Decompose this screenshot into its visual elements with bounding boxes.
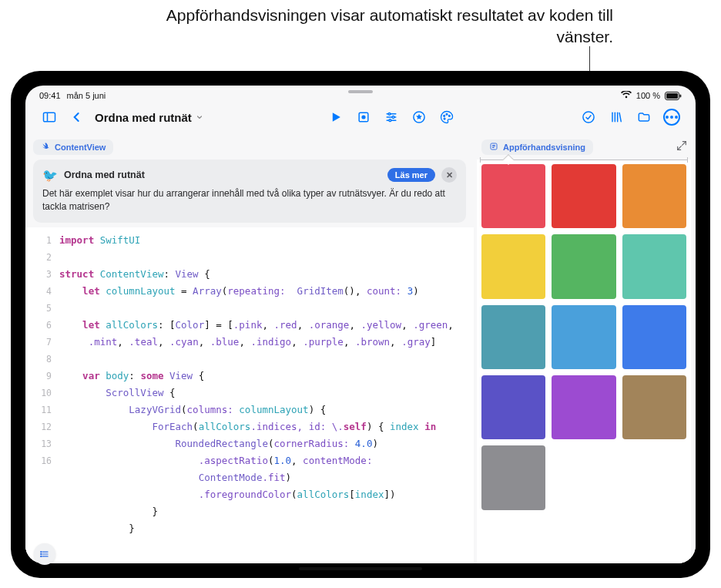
callout-text: Appförhandsvisningen visar automatiskt r… [154,5,613,49]
svg-point-23 [666,116,669,119]
chevron-down-icon [195,113,204,122]
color-swatch [481,375,545,439]
svg-line-22 [619,113,621,122]
star-icon[interactable] [406,106,432,129]
svg-point-15 [446,113,448,115]
check-circle-icon[interactable] [575,106,602,129]
swift-icon [41,142,50,153]
file-chip-label: ContentView [55,143,106,152]
svg-point-24 [670,116,673,119]
battery-text: 100 % [636,91,660,100]
svg-point-11 [392,116,394,119]
sidebar-toggle-icon[interactable] [36,106,62,129]
color-swatch [552,234,615,298]
app-preview [477,160,691,563]
code-editor[interactable]: 1 2 3 4 5 6 7 8 9 10 11 12 13 [25,227,474,563]
svg-point-17 [444,118,445,119]
svg-point-18 [583,112,594,123]
code-body[interactable]: import SwiftUI struct ContentView: View … [59,227,474,563]
run-icon[interactable] [323,106,349,129]
line-gutter: 1 2 3 4 5 6 7 8 9 10 11 12 13 [25,227,59,563]
file-chip[interactable]: ContentView [33,139,113,155]
color-swatch [481,445,545,509]
svg-point-25 [675,116,678,119]
banner-body: Det här exemplet visar hur du arrangerar… [42,187,457,213]
svg-point-12 [389,119,391,122]
color-swatch [481,164,545,228]
svg-rect-1 [666,93,678,99]
color-swatch [481,234,545,298]
color-swatch [622,234,686,298]
svg-point-33 [41,553,42,554]
color-swatch [552,305,615,369]
outline-fab-button[interactable] [34,543,55,565]
settings-sliders-icon[interactable] [378,106,404,129]
toolbar: Ordna med rutnät [25,102,696,136]
app-preview-icon [489,142,498,153]
ipad-frame: 09:41 mån 5 juni 100 % Ordna [11,71,710,578]
color-swatch [481,305,545,369]
color-swatch [552,375,615,439]
svg-point-14 [444,115,445,116]
svg-point-6 [362,116,365,119]
svg-line-27 [682,142,686,146]
svg-point-34 [41,556,42,556]
library-icon[interactable] [603,106,629,129]
preview-chip-label: Appförhandsvisning [503,143,585,152]
expand-icon[interactable] [676,139,688,155]
folder-icon[interactable] [631,106,657,129]
color-swatch [622,305,686,369]
window-grabber[interactable] [348,90,373,93]
home-indicator[interactable] [299,567,422,570]
svg-point-32 [41,552,42,553]
tutorial-icon: 🐦 [42,168,58,183]
info-banner: 🐦 Ordna med rutnät Läs mer ✕ Det här exe… [33,160,466,223]
color-swatch [622,375,686,439]
palette-icon[interactable] [434,106,460,129]
read-more-button[interactable]: Läs mer [387,168,435,182]
wifi-icon [621,91,632,100]
svg-rect-3 [44,113,55,122]
close-icon[interactable]: ✕ [441,167,457,183]
step-icon[interactable] [350,106,377,129]
battery-icon [665,92,682,100]
project-title[interactable]: Ordna med rutnät [92,111,207,124]
status-bar: 09:41 mån 5 juni 100 % [25,86,696,102]
color-swatch [552,164,615,228]
status-date: mån 5 juni [67,91,106,100]
svg-point-10 [388,113,391,115]
back-chevron-icon[interactable] [64,106,90,129]
svg-line-28 [678,146,682,150]
banner-title: Ordna med rutnät [64,170,381,180]
svg-rect-2 [680,94,682,97]
preview-chip[interactable]: Appförhandsvisning [481,139,593,155]
preview-grid [481,164,686,510]
status-time: 09:41 [39,91,61,100]
project-title-label: Ordna med rutnät [95,111,192,124]
more-icon[interactable] [659,106,685,129]
ipad-screen: 09:41 mån 5 juni 100 % Ordna [25,86,696,563]
color-swatch [622,164,686,228]
svg-point-16 [448,115,450,116]
